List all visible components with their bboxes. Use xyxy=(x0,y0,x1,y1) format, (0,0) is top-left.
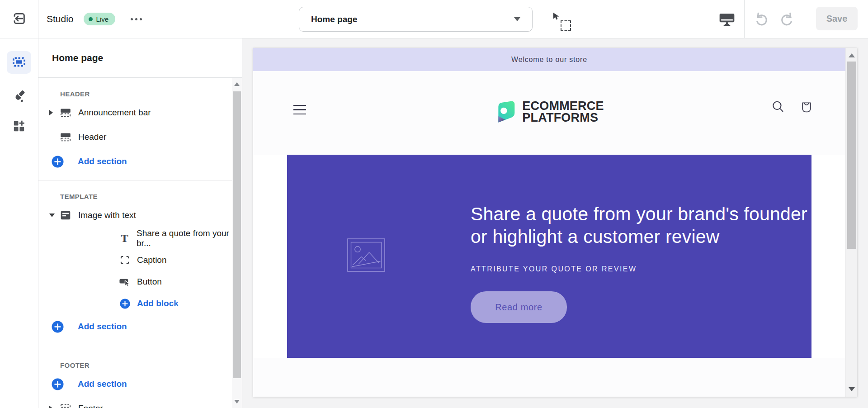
search-icon xyxy=(770,99,786,116)
rail-tab-app-embeds[interactable] xyxy=(7,115,31,138)
undo-icon xyxy=(754,11,770,28)
section-row-announcement-bar[interactable]: Announcement bar xyxy=(38,100,242,125)
rail-tab-sections[interactable] xyxy=(7,51,31,74)
scroll-down-arrow-icon[interactable] xyxy=(849,387,855,391)
hero-text-block: Share a quote from your brand's founder … xyxy=(471,203,828,323)
scroll-up-arrow-icon[interactable] xyxy=(849,53,855,57)
undo-button[interactable] xyxy=(751,9,772,30)
sections-list: HEADER Announcement bar xyxy=(38,78,242,408)
group-label: TEMPLATE xyxy=(38,189,242,200)
group-label: HEADER xyxy=(38,86,242,98)
more-options-button[interactable] xyxy=(127,14,146,24)
preview-scrollbar xyxy=(845,48,857,397)
button-block-icon xyxy=(119,276,131,288)
caret-down-icon xyxy=(49,213,55,217)
group-header: HEADER Announcement bar xyxy=(38,78,242,180)
scrollbar-thumb[interactable] xyxy=(233,91,241,378)
add-section-button[interactable]: Add section xyxy=(38,314,242,339)
add-section-button[interactable]: Add section xyxy=(38,372,242,396)
topbar-divider xyxy=(744,0,745,38)
section-row-image-with-text[interactable]: Image with text xyxy=(38,203,242,228)
block-row-text[interactable]: T Share a quote from your br... xyxy=(38,228,242,249)
save-button[interactable]: Save xyxy=(816,7,858,30)
sidebar-scrollbar xyxy=(232,78,242,408)
chevron-down-icon xyxy=(514,17,520,21)
rail-tab-theme-settings[interactable] xyxy=(7,85,31,108)
store-logo[interactable]: ECOMMERCE PLATFORMS xyxy=(495,100,604,124)
plus-circle-icon xyxy=(52,378,64,390)
caret-right-icon xyxy=(49,406,53,408)
topbar: Studio Live Home page xyxy=(0,0,868,38)
redo-button[interactable] xyxy=(776,9,797,30)
hero-caption: ATTRIBUTE YOUR QUOTE OR REVIEW xyxy=(471,265,828,273)
sections-panel-header: Home page xyxy=(38,38,242,78)
store-page: Welcome to our store xyxy=(253,48,845,397)
section-row-label: Announcement bar xyxy=(78,108,151,118)
theme-info: Studio Live xyxy=(47,0,146,38)
desktop-preview-button[interactable] xyxy=(715,9,739,30)
section-row-label: Footer xyxy=(78,403,103,408)
search-button[interactable] xyxy=(770,99,786,116)
theme-name: Studio xyxy=(47,14,74,24)
cart-button[interactable] xyxy=(799,100,814,115)
next-section-spacer xyxy=(253,358,845,397)
block-row-label: Share a quote from your br... xyxy=(137,228,242,248)
paint-brush-icon xyxy=(11,89,27,105)
section-icon xyxy=(59,107,72,118)
block-row-button[interactable]: Button xyxy=(38,271,242,293)
section-icon xyxy=(59,132,72,142)
caret-right-icon xyxy=(49,110,53,115)
store-preview-frame: Welcome to our store xyxy=(253,48,857,397)
image-with-text-section: Share a quote from your brand's founder … xyxy=(287,155,811,358)
scroll-up-arrow-icon[interactable] xyxy=(234,82,240,86)
logo-line2: PLATFORMS xyxy=(522,112,604,123)
page-selector-dropdown[interactable]: Home page xyxy=(299,7,533,32)
block-row-label: Button xyxy=(137,277,162,287)
topbar-divider xyxy=(804,0,804,38)
exit-icon xyxy=(11,11,27,28)
plus-circle-icon xyxy=(120,299,130,309)
live-badge-label: Live xyxy=(96,15,109,23)
section-row-header[interactable]: Header xyxy=(38,125,242,149)
app-blocks-icon xyxy=(12,119,26,135)
exit-button[interactable] xyxy=(0,0,38,38)
live-status-badge: Live xyxy=(84,13,116,25)
group-label: FOOTER xyxy=(38,357,242,369)
block-row-label: Caption xyxy=(137,255,167,265)
add-block-button[interactable]: Add block xyxy=(38,293,242,314)
add-section-button[interactable]: Add section xyxy=(38,149,242,174)
desktop-monitor-icon xyxy=(718,10,736,29)
image-with-text-icon xyxy=(59,209,72,221)
ellipsis-icon xyxy=(131,18,133,20)
live-dot-icon xyxy=(89,17,93,21)
announcement-bar-section: Welcome to our store xyxy=(253,48,845,71)
cart-bag-icon xyxy=(799,100,814,115)
header-section: ECOMMERCE PLATFORMS xyxy=(253,71,845,155)
preview-canvas: Welcome to our store xyxy=(242,38,868,408)
scroll-down-arrow-icon[interactable] xyxy=(234,400,240,403)
group-template: TEMPLATE Image with text T Share a quote… xyxy=(38,180,242,349)
plus-circle-icon xyxy=(52,321,64,333)
page-title: Home page xyxy=(52,52,103,63)
announcement-text: Welcome to our store xyxy=(511,56,587,64)
section-row-label: Header xyxy=(78,132,106,142)
image-placeholder-icon xyxy=(347,238,385,274)
block-row-caption[interactable]: Caption xyxy=(38,249,242,271)
text-block-icon: T xyxy=(119,233,130,243)
read-more-button[interactable]: Read more xyxy=(471,291,567,323)
plus-circle-icon xyxy=(52,156,64,168)
hamburger-menu-icon[interactable] xyxy=(293,103,307,116)
page-selector-value: Home page xyxy=(311,14,357,24)
group-footer: FOOTER Add section Foo xyxy=(38,349,242,408)
hero-heading: Share a quote from your brand's founder … xyxy=(471,203,828,248)
section-row-footer[interactable]: Footer xyxy=(38,396,242,408)
redo-icon xyxy=(778,11,795,28)
logo-mark-icon xyxy=(495,100,515,124)
sections-panel: Home page HEADER Announcement bar xyxy=(38,38,242,408)
editor-rail xyxy=(0,38,38,408)
section-picker-button[interactable] xyxy=(548,9,571,30)
scrollbar-thumb[interactable] xyxy=(847,62,856,249)
sections-icon xyxy=(12,55,26,71)
section-row-label: Image with text xyxy=(78,210,136,220)
caption-brackets-icon xyxy=(119,255,131,266)
